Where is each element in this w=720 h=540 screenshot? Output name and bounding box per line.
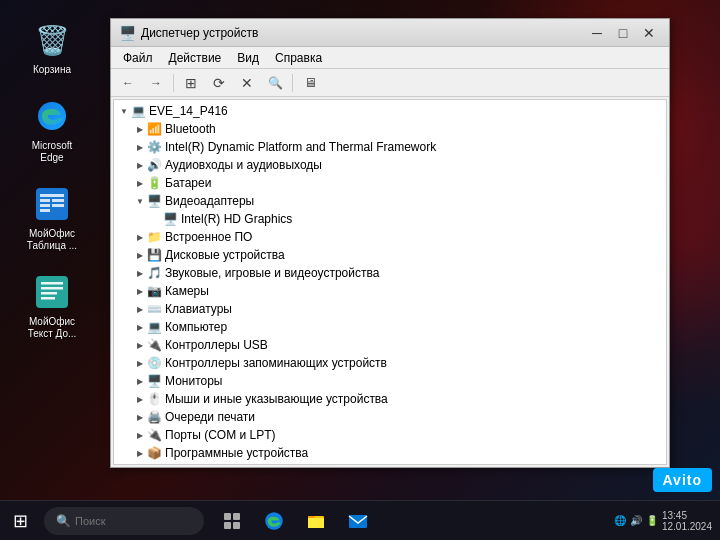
tree-item-icon: 🔌 — [146, 427, 162, 443]
tree-item[interactable]: ▶💿Контроллеры запоминающих устройств — [114, 354, 666, 372]
recycle-bin-icon: 🗑️ — [32, 20, 72, 60]
menu-file[interactable]: Файл — [115, 49, 161, 67]
desktop-icon-myoffice-text[interactable]: МойОфис Текст До... — [20, 272, 84, 340]
tree-item[interactable]: ▶📶Bluetooth — [114, 120, 666, 138]
tree-expander[interactable]: ▶ — [134, 176, 146, 190]
tree-expander[interactable]: ▶ — [134, 230, 146, 244]
tree-expander[interactable]: ▼ — [118, 104, 130, 118]
edge-label: Microsoft Edge — [20, 140, 84, 164]
tree-item-icon: 📦 — [146, 445, 162, 461]
back-button[interactable]: ← — [115, 72, 141, 94]
scan-button[interactable]: 🔍 — [262, 72, 288, 94]
tray-battery-icon: 🔋 — [646, 515, 658, 526]
tree-expander[interactable]: ▶ — [134, 140, 146, 154]
tree-item[interactable]: ▶⌨️Клавиатуры — [114, 300, 666, 318]
tree-item[interactable]: ▶📷Камеры — [114, 282, 666, 300]
tree-expander[interactable]: ▶ — [134, 248, 146, 262]
tree-expander[interactable]: ▶ — [134, 410, 146, 424]
tree-item-label: Клавиатуры — [165, 302, 232, 316]
tree-item[interactable]: ▶🔌Контроллеры USB — [114, 336, 666, 354]
menu-help[interactable]: Справка — [267, 49, 330, 67]
svg-rect-16 — [233, 522, 240, 529]
tree-item-label: Камеры — [165, 284, 209, 298]
myoffice-text-label: МойОфис Текст До... — [20, 316, 84, 340]
maximize-button[interactable]: □ — [611, 23, 635, 43]
taskbar-edge-icon[interactable] — [254, 501, 294, 541]
tree-expander[interactable]: ▶ — [134, 122, 146, 136]
tree-item-label: EVE_14_P416 — [149, 104, 228, 118]
desktop-icon-myoffice-table[interactable]: МойОфис Таблица ... — [20, 184, 84, 252]
taskbar-explorer-icon[interactable] — [296, 501, 336, 541]
device-tree[interactable]: ▼💻EVE_14_P416▶📶Bluetooth▶⚙️Intel(R) Dyna… — [113, 99, 667, 465]
svg-rect-5 — [40, 204, 50, 207]
monitor-button[interactable]: 🖥 — [297, 72, 323, 94]
svg-rect-7 — [40, 209, 50, 212]
tree-item[interactable]: ▶🖱️Мыши и иные указывающие устройства — [114, 390, 666, 408]
desktop-icon-edge[interactable]: Microsoft Edge — [20, 96, 84, 164]
tree-item[interactable]: ▼💻EVE_14_P416 — [114, 102, 666, 120]
tree-expander[interactable]: ▶ — [134, 356, 146, 370]
tree-item-label: Компьютер — [165, 320, 227, 334]
update-button[interactable]: ⟳ — [206, 72, 232, 94]
tree-expander[interactable]: ▶ — [134, 284, 146, 298]
minimize-button[interactable]: ─ — [585, 23, 609, 43]
tree-item[interactable]: ▶📦Программные устройства — [114, 444, 666, 462]
tree-item-icon: 💻 — [130, 103, 146, 119]
tree-item[interactable]: 🖥️Intel(R) HD Graphics — [114, 210, 666, 228]
tree-item[interactable]: ▶💻Компьютер — [114, 318, 666, 336]
tree-expander[interactable]: ▶ — [134, 338, 146, 352]
desktop-icon-recycle-bin[interactable]: 🗑️ Корзина — [20, 20, 84, 76]
tree-expander[interactable]: ▶ — [134, 302, 146, 316]
desktop: 🗑️ Корзина — [0, 0, 720, 540]
tree-item-icon: 🖥️ — [146, 193, 162, 209]
tree-expander[interactable]: ▶ — [134, 374, 146, 388]
search-input[interactable] — [75, 515, 195, 527]
tree-expander[interactable]: ▶ — [134, 428, 146, 442]
taskbar-search-box[interactable]: 🔍 — [44, 507, 204, 535]
forward-button[interactable]: → — [143, 72, 169, 94]
window-icon: 🖥️ — [119, 25, 135, 41]
tree-item-label: Контроллеры запоминающих устройств — [165, 356, 387, 370]
tree-item-icon: 💾 — [146, 247, 162, 263]
tree-item[interactable]: ▼⚙️Процессоры — [114, 462, 666, 465]
tree-expander[interactable]: ▼ — [134, 464, 146, 465]
tree-expander[interactable]: ▶ — [134, 320, 146, 334]
tree-item-icon: 🖥️ — [146, 373, 162, 389]
tree-item[interactable]: ▶🖨️Очереди печати — [114, 408, 666, 426]
device-manager-window: 🖥️ Диспетчер устройств ─ □ ✕ Файл Действ… — [110, 18, 670, 468]
tree-expander[interactable]: ▶ — [134, 392, 146, 406]
tree-expander[interactable]: ▶ — [134, 446, 146, 460]
tree-item[interactable]: ▶💾Дисковые устройства — [114, 246, 666, 264]
tree-item[interactable]: ▶⚙️Intel(R) Dynamic Platform and Thermal… — [114, 138, 666, 156]
tree-item[interactable]: ▶🔌Порты (COM и LPT) — [114, 426, 666, 444]
tree-item-label: Аудиовходы и аудиовыходы — [165, 158, 322, 172]
tree-item[interactable]: ▶🔊Аудиовходы и аудиовыходы — [114, 156, 666, 174]
tree-item-label: Порты (COM и LPT) — [165, 428, 276, 442]
recycle-bin-label: Корзина — [33, 64, 71, 76]
taskbar-pinned-icons — [212, 501, 378, 541]
tree-item[interactable]: ▶📁Встроенное ПО — [114, 228, 666, 246]
menu-view[interactable]: Вид — [229, 49, 267, 67]
menu-action[interactable]: Действие — [161, 49, 230, 67]
start-button[interactable]: ⊞ — [0, 501, 40, 541]
tree-expander[interactable]: ▶ — [134, 158, 146, 172]
tree-item[interactable]: ▶🖥️Мониторы — [114, 372, 666, 390]
close-button[interactable]: ✕ — [637, 23, 661, 43]
tree-item-icon: 🖱️ — [146, 391, 162, 407]
taskbar-mail-icon[interactable] — [338, 501, 378, 541]
properties-button[interactable]: ⊞ — [178, 72, 204, 94]
tree-item[interactable]: ▶🔋Батареи — [114, 174, 666, 192]
tree-item-label: Процессоры — [165, 464, 235, 465]
tree-expander[interactable]: ▼ — [134, 194, 146, 208]
svg-rect-4 — [52, 199, 64, 202]
svg-rect-6 — [52, 204, 64, 207]
tree-item-icon: ⚙️ — [146, 139, 162, 155]
tree-item-label: Мониторы — [165, 374, 222, 388]
uninstall-button[interactable]: ✕ — [234, 72, 260, 94]
tree-expander[interactable]: ▶ — [134, 266, 146, 280]
tree-item-label: Программные устройства — [165, 446, 308, 460]
toolbar-separator-2 — [292, 74, 293, 92]
taskview-icon[interactable] — [212, 501, 252, 541]
tree-item[interactable]: ▼🖥️Видеоадаптеры — [114, 192, 666, 210]
tree-item[interactable]: ▶🎵Звуковые, игровые и видеоустройства — [114, 264, 666, 282]
